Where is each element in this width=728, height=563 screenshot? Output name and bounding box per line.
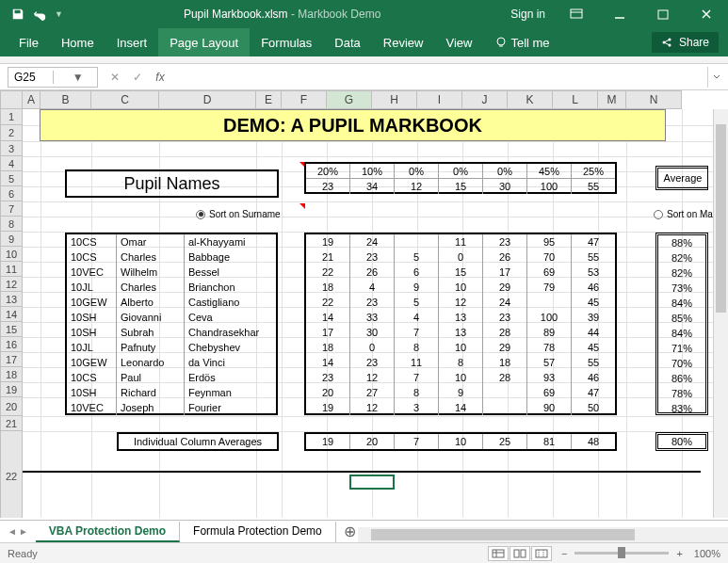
mark-cell[interactable]: 79 (527, 280, 572, 295)
last-cell[interactable]: Bessel (185, 265, 276, 280)
mark-cell[interactable]: 18 (306, 340, 350, 355)
mark-cell[interactable]: 23 (483, 234, 527, 249)
sort-mark-radio[interactable]: Sort on Mark (654, 209, 720, 219)
col-header-F[interactable]: F (282, 90, 327, 109)
mark-cell[interactable]: 29 (483, 340, 527, 355)
ribbon-tab-page-layout[interactable]: Page Layout (158, 28, 250, 56)
class-cell[interactable]: 10GEW (67, 355, 117, 370)
mark-cell[interactable]: 28 (483, 370, 527, 385)
weight-cell[interactable]: 10% (350, 164, 395, 179)
page-layout-view-icon[interactable] (510, 546, 530, 561)
mark-cell[interactable]: 7 (395, 370, 439, 385)
row-header-15[interactable]: 15 (0, 322, 23, 337)
mark-cell[interactable]: 7 (395, 325, 439, 340)
first-cell[interactable]: Paul (117, 370, 185, 385)
share-button[interactable]: Share (652, 32, 719, 53)
mark-cell[interactable]: 89 (527, 325, 572, 340)
class-cell[interactable]: 10CS (67, 234, 117, 249)
row-header-2[interactable]: 2 (0, 125, 23, 141)
col-header-N[interactable]: N (626, 90, 682, 109)
class-cell[interactable]: 10CS (67, 370, 117, 385)
mark-cell[interactable]: 3 (395, 400, 439, 415)
mark-cell[interactable]: 11 (395, 355, 439, 370)
last-cell[interactable]: Erdös (185, 370, 276, 385)
row-header-22[interactable]: 22 (0, 431, 23, 518)
row-header-1[interactable]: 1 (0, 109, 23, 125)
row-header-3[interactable]: 3 (0, 141, 23, 156)
mark-cell[interactable]: 24 (483, 295, 527, 310)
col-header-C[interactable]: C (91, 90, 159, 109)
mark-cell[interactable]: 19 (306, 234, 350, 249)
avg-cell[interactable]: 83% (658, 401, 705, 416)
close-button[interactable] (685, 0, 728, 28)
mark-cell[interactable]: 13 (439, 310, 483, 325)
first-cell[interactable]: Giovanni (117, 310, 185, 325)
last-cell[interactable]: Brianchon (185, 280, 276, 295)
class-cell[interactable]: 10VEC (67, 265, 117, 280)
col-avg-cell[interactable]: 25 (483, 434, 527, 449)
mark-cell[interactable]: 30 (350, 325, 395, 340)
mark-cell[interactable]: 21 (306, 249, 350, 265)
col-header-J[interactable]: J (462, 90, 508, 109)
mark-cell[interactable]: 23 (350, 249, 395, 265)
mark-cell[interactable] (483, 400, 527, 415)
ribbon-tab-review[interactable]: Review (372, 28, 435, 56)
col-avg-cell[interactable]: 10 (439, 434, 483, 449)
mark-cell[interactable]: 95 (527, 234, 572, 249)
first-cell[interactable]: Joseph (117, 400, 185, 415)
mark-cell[interactable] (483, 385, 527, 400)
mark-cell[interactable]: 78 (527, 340, 572, 355)
row-header-20[interactable]: 20 (0, 397, 23, 416)
mark-cell[interactable]: 14 (306, 310, 350, 325)
maxmark-cell[interactable]: 55 (572, 179, 615, 194)
avg-cell[interactable]: 84% (658, 326, 705, 341)
zoom-level[interactable]: 100% (694, 548, 720, 559)
expand-formula-bar-icon[interactable] (707, 67, 724, 88)
maximize-button[interactable] (641, 0, 685, 28)
mark-cell[interactable]: 46 (572, 280, 615, 295)
col-avg-cell[interactable]: 7 (395, 434, 439, 449)
col-avg-cell[interactable]: 81 (527, 434, 572, 449)
mark-cell[interactable]: 18 (306, 280, 350, 295)
row-header-5[interactable]: 5 (0, 171, 23, 186)
ribbon-tab-data[interactable]: Data (323, 28, 371, 56)
maxmark-cell[interactable]: 12 (395, 179, 439, 194)
mark-cell[interactable]: 90 (527, 400, 572, 415)
weight-cell[interactable]: 45% (527, 164, 572, 179)
tab-nav-next-icon[interactable]: ► (19, 526, 28, 537)
mark-cell[interactable]: 23 (483, 310, 527, 325)
mark-cell[interactable]: 45 (572, 340, 615, 355)
chevron-down-icon[interactable]: ▼ (53, 71, 98, 84)
avg-cell[interactable]: 82% (658, 265, 705, 281)
mark-cell[interactable]: 24 (350, 234, 395, 249)
class-cell[interactable]: 10SH (67, 325, 117, 340)
mark-cell[interactable]: 69 (527, 385, 572, 400)
last-cell[interactable]: Feynman (185, 385, 276, 400)
avg-cell[interactable]: 73% (658, 281, 705, 296)
class-cell[interactable]: 10SH (67, 385, 117, 400)
avg-cell[interactable]: 85% (658, 311, 705, 326)
row-header-13[interactable]: 13 (0, 292, 23, 307)
last-cell[interactable]: al-Khayyami (185, 234, 276, 249)
avg-cell[interactable]: 86% (658, 371, 705, 386)
zoom-slider[interactable] (574, 552, 669, 555)
minimize-button[interactable] (598, 0, 641, 28)
mark-cell[interactable]: 26 (350, 265, 395, 280)
mark-cell[interactable]: 8 (395, 340, 439, 355)
first-cell[interactable]: Wilhelm (117, 265, 185, 280)
mark-cell[interactable]: 8 (439, 355, 483, 370)
ribbon-tab-insert[interactable]: Insert (105, 28, 159, 56)
mark-cell[interactable]: 17 (306, 325, 350, 340)
row-header-8[interactable]: 8 (0, 217, 23, 232)
mark-cell[interactable]: 28 (483, 325, 527, 340)
first-cell[interactable]: Charles (117, 249, 185, 265)
last-cell[interactable]: Chebyshev (185, 340, 276, 355)
mark-cell[interactable]: 4 (350, 280, 395, 295)
mark-cell[interactable]: 46 (572, 370, 615, 385)
mark-cell[interactable]: 9 (395, 280, 439, 295)
zoom-in-button[interactable]: + (676, 548, 682, 559)
col-header-L[interactable]: L (553, 90, 598, 109)
mark-cell[interactable]: 50 (572, 400, 615, 415)
mark-cell[interactable] (527, 295, 572, 310)
sheet-tab[interactable]: Formula Protection Demo (180, 522, 336, 542)
